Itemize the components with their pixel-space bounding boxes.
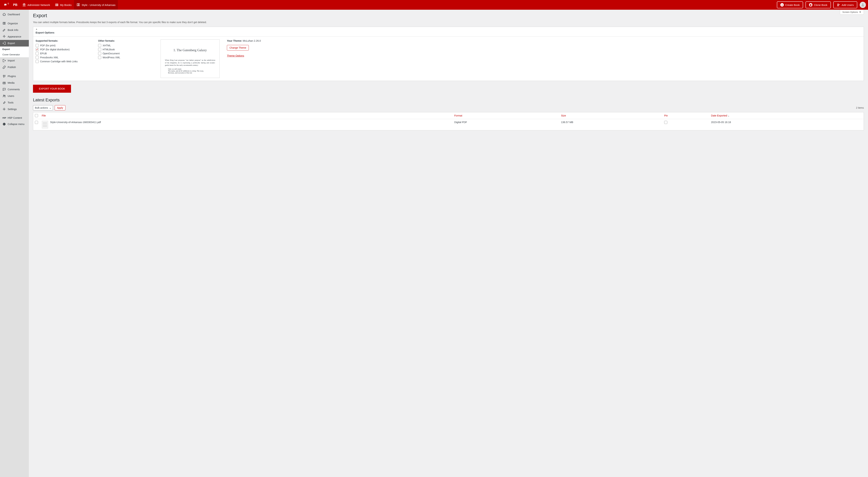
sidebar-dashboard[interactable]: Dashboard (0, 11, 29, 18)
notification-button[interactable]: 0 (2, 3, 10, 6)
supported-format-label: EPUB (40, 52, 47, 55)
sidebar-tools[interactable]: Tools (0, 99, 29, 106)
collapse-icon (2, 122, 6, 126)
export-options-heading: Export Options (33, 31, 864, 36)
other-format-row: HTMLBook (98, 48, 157, 51)
table-row: Style-University-of-Arkansas-1683303411.… (33, 119, 864, 130)
other-format-checkbox[interactable] (98, 44, 101, 47)
row-checkbox[interactable] (35, 121, 38, 124)
supported-format-row: EPUB (36, 52, 95, 55)
column-format[interactable]: Format (453, 112, 559, 119)
sidebar-appearance[interactable]: Appearance (0, 33, 29, 40)
screen-options-button[interactable]: Screen Options ▼ (840, 10, 864, 14)
supported-format-checkbox[interactable] (36, 44, 39, 47)
svg-point-0 (837, 4, 839, 5)
top-bar: 0 PB Administer Network My Books Style -… (0, 0, 868, 10)
gear-icon (2, 107, 6, 111)
sidebar-sub-cover-generator[interactable]: Cover Generator (0, 52, 29, 57)
apply-button[interactable]: Apply (55, 105, 65, 110)
sidebar-sub-export[interactable]: Export (0, 46, 29, 52)
sidebar-h5p[interactable]: H5PH5P Content (0, 115, 29, 121)
avatar-icon (861, 3, 865, 7)
sidebar-media[interactable]: Media (0, 80, 29, 86)
comments-icon (2, 88, 6, 91)
svg-rect-2 (3, 82, 5, 84)
other-format-label: XHTML (102, 44, 111, 47)
add-user-icon (837, 3, 840, 7)
add-users-button[interactable]: Add Users (833, 1, 857, 8)
main-content: Screen Options ▼ Export You can select m… (29, 10, 868, 477)
panel-collapse-toggle[interactable]: ▲ (33, 27, 864, 31)
supported-format-checkbox[interactable] (36, 48, 39, 51)
supported-format-row: Common Cartridge with Web Links (36, 60, 95, 63)
column-size[interactable]: Size (559, 112, 662, 119)
preview-chapter-title: 1. The Gutenberg Galaxy (165, 48, 215, 52)
other-format-checkbox[interactable] (98, 48, 101, 51)
user-avatar[interactable] (860, 2, 866, 8)
exports-table: File Format Size Pin Date Exported▲ Styl… (33, 112, 864, 130)
other-format-checkbox[interactable] (98, 52, 101, 55)
sidebar-publish[interactable]: Publish (0, 64, 29, 70)
supported-format-row: PDF (for print) (36, 44, 95, 47)
file-size: 136.57 MB (559, 119, 662, 130)
export-options-panel: ▲ Export Options Supported formats: PDF … (33, 27, 864, 81)
svg-point-4 (3, 95, 4, 96)
sidebar-plugins[interactable]: Plugins (0, 73, 29, 80)
select-all-checkbox[interactable] (35, 114, 38, 117)
sidebar-collapse[interactable]: Collapse menu (0, 121, 29, 127)
supported-format-label: Pressbooks XML (40, 56, 59, 59)
other-formats-column: Other formats: XHTMLHTMLBookOpenDocument… (98, 39, 157, 78)
sidebar-users[interactable]: Users (0, 93, 29, 99)
preview-quote: Only we still retain The name, and all t… (165, 68, 215, 74)
svg-point-1 (862, 3, 864, 5)
items-count: 2 items (856, 106, 864, 109)
page-subtitle: You can select multiple formats below. P… (33, 21, 864, 24)
theme-options-link[interactable]: Theme Options (227, 54, 244, 57)
supported-format-checkbox[interactable] (36, 60, 39, 63)
current-book-link[interactable]: Style - University of Arkansas (74, 0, 118, 10)
create-book-button[interactable]: + Create Book (777, 1, 803, 8)
svg-point-6 (4, 109, 5, 110)
change-theme-button[interactable]: Change Theme (227, 45, 249, 51)
column-date[interactable]: Date Exported▲ (709, 112, 864, 119)
clone-icon: ◐ (809, 3, 812, 7)
plugin-icon (2, 74, 6, 78)
svg-point-5 (4, 95, 5, 96)
my-books-link[interactable]: My Books (53, 0, 74, 10)
supported-format-row: Pressbooks XML (36, 56, 95, 59)
theme-label: Your Theme: McLuhan 2.26.0 (227, 39, 861, 42)
preview-body-text: When King Lear proposes "our darker purp… (165, 59, 215, 67)
sidebar-export-submenu: Export Cover Generator (0, 46, 29, 57)
column-pin[interactable]: Pin (662, 112, 709, 119)
column-file[interactable]: File (40, 112, 453, 119)
comment-icon (4, 3, 7, 6)
supported-format-label: PDF (for print) (40, 44, 56, 47)
sidebar-export[interactable]: Export (0, 40, 29, 46)
pin-checkbox[interactable] (664, 121, 667, 124)
h5p-icon: H5P (2, 117, 6, 119)
clone-book-button[interactable]: ◐ Clone Book (806, 1, 831, 8)
plus-icon: + (780, 3, 784, 7)
home-icon (2, 13, 6, 16)
supported-format-label: PDF (for digital distribution) (40, 48, 70, 51)
sidebar-import[interactable]: Import (0, 57, 29, 64)
supported-format-checkbox[interactable] (36, 56, 39, 59)
bulk-actions-select[interactable]: Bulk actions (33, 105, 53, 110)
administer-network-link[interactable]: Administer Network (20, 0, 53, 10)
chevron-down-icon: ▼ (859, 11, 861, 13)
sidebar-book-info[interactable]: Book Info (0, 27, 29, 33)
export-your-book-button[interactable]: EXPORT YOUR BOOK (33, 85, 71, 93)
sidebar-comments[interactable]: Comments (0, 86, 29, 93)
supported-format-checkbox[interactable] (36, 52, 39, 55)
export-icon (2, 41, 6, 45)
other-format-label: WordPress XML (102, 56, 120, 59)
sidebar-settings[interactable]: Settings (0, 106, 29, 113)
theme-preview: 1. The Gutenberg Galaxy When King Lear p… (161, 39, 220, 78)
supported-format-row: PDF (for digital distribution) (36, 48, 95, 51)
other-format-checkbox[interactable] (98, 56, 101, 59)
camera-icon (2, 81, 6, 85)
sidebar-organize[interactable]: Organize (0, 20, 29, 27)
file-thumbnail-icon (42, 121, 48, 128)
pb-logo[interactable]: PB (10, 0, 20, 10)
books-icon (55, 3, 59, 7)
